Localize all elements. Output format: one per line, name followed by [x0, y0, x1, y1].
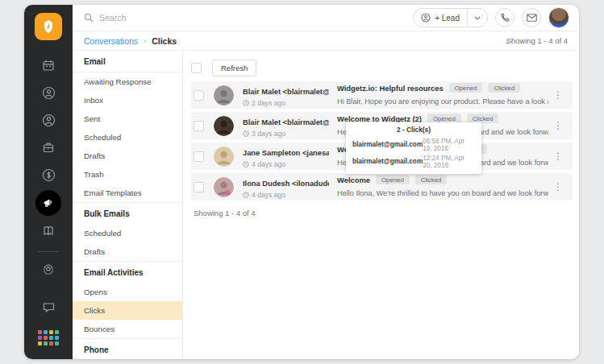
- sidebar-item-awaiting-response[interactable]: Awaiting Response: [73, 72, 182, 91]
- sidebar-item-bounces[interactable]: Bounces: [73, 320, 182, 338]
- sidebar-item-scheduled[interactable]: Scheduled: [73, 128, 182, 147]
- sidebar-item-bulk-drafts[interactable]: Drafts: [73, 242, 182, 261]
- sidebar-item-bulk-scheduled[interactable]: Scheduled: [73, 224, 182, 242]
- accounts-icon[interactable]: [35, 135, 62, 159]
- sender-avatar: [214, 85, 234, 105]
- sender-info: Jane Sampleton <janesampleton@... 4 days…: [243, 144, 329, 168]
- lead-person-icon: [421, 13, 431, 23]
- search-bar: [84, 13, 413, 23]
- clock-icon: [243, 130, 249, 137]
- sender-name: Blair Malet <blairmalet@gmail.com>: [243, 118, 329, 126]
- sender-info: Blair Malet <blairmalet@gmail.com> 2 day…: [243, 83, 329, 107]
- row-checkbox[interactable]: [194, 182, 204, 192]
- sidebar-item-clicks[interactable]: Clicks: [73, 301, 182, 320]
- email-subject: Welcome to Widgetz (2): [337, 114, 422, 123]
- freshsales-logo[interactable]: [35, 13, 62, 40]
- clicked-badge: Clicked: [415, 175, 448, 184]
- add-lead-caret[interactable]: [467, 9, 487, 27]
- click-entry-time: 06:58 PM, Apr 19, 2016: [423, 138, 475, 152]
- list-toolbar: Refresh: [191, 57, 573, 78]
- email-button[interactable]: [522, 8, 541, 27]
- clock-icon: [243, 100, 249, 106]
- showing-count-top: Showing 1 - 4 of 4: [506, 36, 568, 45]
- showing-count-bottom: Showing 1 - 4 of 4: [194, 209, 573, 217]
- row-menu-icon[interactable]: ⋮: [548, 182, 568, 192]
- calendar-icon[interactable]: [35, 53, 62, 77]
- click-entry: blairmalet@gmail.com 12:24 PM, Apr 20, 2…: [352, 153, 475, 170]
- row-menu-icon[interactable]: ⋮: [548, 90, 568, 100]
- search-input[interactable]: [99, 13, 277, 23]
- row-checkbox[interactable]: [194, 121, 204, 131]
- conversations-icon[interactable]: [35, 190, 61, 216]
- user-avatar[interactable]: [548, 7, 569, 28]
- chevron-down-icon: [474, 16, 481, 20]
- sender-avatar: [214, 177, 234, 197]
- deals-icon[interactable]: [35, 163, 62, 187]
- row-checkbox[interactable]: [194, 90, 204, 101]
- row-checkbox[interactable]: [194, 151, 204, 162]
- email-content: Widgetz.io: Helpful resources Opened Cli…: [337, 83, 548, 107]
- logo-glyph: [41, 19, 56, 34]
- email-filter-panel: Email Awaiting Response Inbox Sent Sched…: [73, 51, 183, 359]
- top-actions: + Lead: [413, 7, 569, 28]
- clock-icon: [243, 192, 249, 198]
- email-content: Welcome Opened Clicked Hello Ilona, We'r…: [337, 175, 548, 199]
- reports-icon[interactable]: [35, 219, 62, 243]
- clicks-popup: 2 - Click(s) blairmalet@gmail.com 06:58 …: [346, 122, 481, 174]
- contacts-icon[interactable]: [35, 108, 62, 132]
- email-timestamp: 4 days ago: [252, 191, 285, 199]
- apps-grid-dots: [38, 330, 59, 345]
- chat-bubble-icon[interactable]: [35, 295, 62, 319]
- email-subject: Welcome: [337, 176, 370, 184]
- click-entry-time: 12:24 PM, Apr 20, 2016: [423, 155, 475, 169]
- email-subject: Widgetz.io: Helpful resources: [337, 84, 444, 93]
- row-menu-icon[interactable]: ⋮: [548, 121, 568, 130]
- section-header-email: Email: [73, 51, 182, 72]
- breadcrumb-conversations-link[interactable]: Conversations: [84, 36, 138, 46]
- sidebar-item-drafts[interactable]: Drafts: [73, 147, 182, 165]
- row-menu-icon[interactable]: ⋮: [548, 151, 568, 161]
- sender-name: Ilona Dudesh <ilonadudesh@gmail.c...: [243, 180, 329, 188]
- envelope-icon: [527, 14, 537, 22]
- opened-badge: Opened: [376, 175, 410, 184]
- top-bar: + Lead: [73, 5, 579, 31]
- sidebar-item-trash[interactable]: Trash: [73, 165, 182, 184]
- sidebar-item-opens[interactable]: Opens: [73, 283, 182, 301]
- sender-name: Jane Sampleton <janesampleton@...: [243, 149, 329, 157]
- nav-rail: [24, 5, 73, 359]
- select-all-checkbox[interactable]: [191, 63, 202, 73]
- app-window: + Lead Conversations › C: [24, 5, 579, 359]
- email-list-area: Refresh Blair Malet <blairmalet@gmail.co…: [183, 51, 579, 359]
- clicks-popup-title: 2 - Click(s): [352, 126, 475, 134]
- add-lead-button[interactable]: + Lead: [413, 8, 488, 27]
- email-timestamp: 2 days ago: [252, 99, 285, 107]
- email-timestamp: 3 days ago: [252, 130, 285, 138]
- email-row-1[interactable]: Blair Malet <blairmalet@gmail.com> 2 day…: [191, 81, 573, 109]
- email-row-4[interactable]: Ilona Dudesh <ilonadudesh@gmail.c... 4 d…: [191, 173, 573, 201]
- content-area: + Lead Conversations › C: [73, 5, 579, 359]
- phone-button[interactable]: [495, 8, 514, 27]
- sidebar-item-sent[interactable]: Sent: [73, 110, 182, 128]
- breadcrumb: Conversations › Clicks: [84, 36, 177, 46]
- sender-name: Blair Malet <blairmalet@gmail.com>: [243, 88, 329, 96]
- clicked-badge: Clicked: [488, 83, 520, 93]
- clock-icon: [243, 161, 249, 168]
- settings-gear-icon[interactable]: [35, 257, 62, 281]
- email-preview: Hi Blair, Hope you are enjoying our prod…: [337, 97, 548, 105]
- sender-avatar: [214, 147, 234, 167]
- sidebar-item-inbox[interactable]: Inbox: [73, 91, 182, 110]
- breadcrumb-separator: ›: [144, 37, 146, 45]
- section-header-phone: Phone: [73, 338, 182, 359]
- click-entry: blairmalet@gmail.com 06:58 PM, Apr 19, 2…: [352, 136, 475, 153]
- apps-grid-icon[interactable]: [35, 325, 62, 350]
- phone-icon: [500, 13, 510, 23]
- sender-info: Ilona Dudesh <ilonadudesh@gmail.c... 4 d…: [243, 175, 329, 199]
- leads-icon[interactable]: [35, 81, 62, 105]
- sidebar-item-email-templates[interactable]: Email Templates: [73, 184, 182, 202]
- add-lead-label: + Lead: [435, 14, 460, 23]
- email-timestamp: 4 days ago: [252, 160, 285, 168]
- refresh-button[interactable]: Refresh: [212, 60, 256, 77]
- click-entry-email: blairmalet@gmail.com: [352, 141, 423, 148]
- section-header-bulk-emails: Bulk Emails: [73, 202, 182, 224]
- search-icon: [84, 13, 94, 23]
